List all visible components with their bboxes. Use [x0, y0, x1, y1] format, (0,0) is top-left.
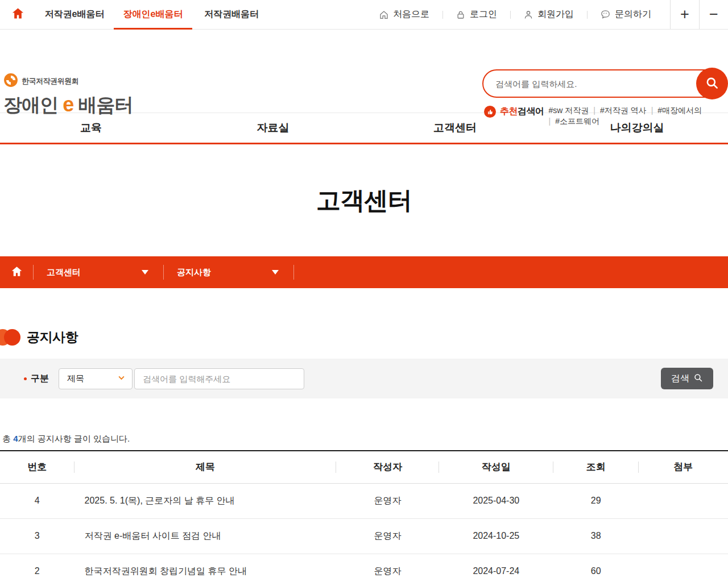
table-header-row: 번호 제목 작성자 작성일 조회 첨부: [0, 451, 728, 483]
font-decrease-button[interactable]: −: [699, 0, 728, 29]
table-row: 4 2025. 5. 1(목), 근로자의 날 휴무 안내 운영자 2025-0…: [0, 483, 728, 518]
site-title-part1: 장애인: [3, 94, 58, 115]
cell-date: 2024-07-24: [439, 554, 553, 582]
keyword-tag[interactable]: #저작권 역사: [600, 105, 647, 116]
breadcrumb-menu-notice[interactable]: 공지사항: [164, 256, 293, 288]
cell-title: 2025. 5. 1(목), 근로자의 날 휴무 안내: [75, 483, 337, 518]
lock-icon: [456, 10, 466, 20]
chevron-down-icon: [117, 373, 126, 384]
home-button[interactable]: [0, 0, 35, 29]
cell-author: 운영자: [336, 554, 439, 582]
site-logo[interactable]: 한국저작권위원회 장애인 e 배움터: [3, 73, 133, 118]
cell-attachment: [639, 554, 728, 582]
col-header-attachment: 첨부: [639, 451, 728, 483]
kcc-logo-icon: [3, 73, 18, 90]
chat-bubble-icon: [600, 9, 611, 20]
section-bullet-icon: [0, 329, 20, 346]
home-icon: [11, 7, 24, 22]
site-search-input[interactable]: [482, 69, 727, 98]
breadcrumb-label: 공지사항: [177, 267, 211, 278]
chevron-down-icon: [272, 270, 279, 275]
hero: 고객센터: [0, 144, 728, 256]
notice-search-input[interactable]: [134, 368, 304, 389]
recommended-keywords: 추천검색어 #sw 저작권 | #저작권 역사 | #매장에서의 | #소프트웨…: [482, 105, 727, 127]
breadcrumb-home-button[interactable]: [0, 265, 33, 280]
cell-no: 3: [0, 518, 75, 554]
search-icon: [705, 76, 719, 92]
field-label: 구분: [31, 373, 49, 385]
home-icon: [11, 265, 23, 280]
notice-count-number: 4: [13, 434, 18, 443]
recommend-label: 추천검색어: [500, 106, 544, 118]
col-header-no: 번호: [0, 451, 75, 483]
page-title: 고객센터: [316, 184, 412, 217]
notice-search-form: 구분 제목 검색: [0, 359, 728, 398]
notice-title-link[interactable]: 한국저작권위원회 창립기념일 휴무 안내: [85, 566, 247, 576]
tag-separator: |: [593, 105, 595, 116]
font-increase-button[interactable]: +: [670, 0, 699, 29]
col-header-author: 작성자: [336, 451, 439, 483]
tag-separator: |: [651, 105, 653, 116]
tab-disabled-e-learning[interactable]: 장애인e배움터: [114, 0, 192, 29]
util-login-label: 로그인: [470, 9, 497, 20]
search-area: 추천검색어 #sw 저작권 | #저작권 역사 | #매장에서의 | #소프트웨…: [482, 69, 727, 127]
breadcrumb: 고객센터 공지사항: [0, 256, 728, 288]
site-title: 장애인 e 배움터: [3, 93, 133, 118]
notice-search-button[interactable]: 검색: [661, 368, 713, 389]
cell-date: 2024-10-25: [439, 518, 553, 554]
cell-attachment: [639, 483, 728, 518]
chevron-down-icon: [142, 270, 148, 275]
keyword-tag[interactable]: #매장에서의: [657, 105, 702, 116]
breadcrumb-menu-customer-center[interactable]: 고객센터: [34, 256, 163, 288]
notice-table: 번호 제목 작성자 작성일 조회 첨부 4 2025. 5. 1(목), 근로자…: [0, 450, 728, 582]
col-header-views: 조회: [553, 451, 639, 483]
search-icon: [693, 373, 703, 385]
font-size-controls: + −: [670, 0, 728, 29]
notice-count: 총 4개의 공지사항 글이 있습니다.: [0, 434, 728, 444]
tab-copyright-learning[interactable]: 저작권배움터: [192, 0, 271, 29]
col-header-date: 작성일: [439, 451, 553, 483]
breadcrumb-divider: [293, 265, 294, 280]
home-outline-icon: [379, 10, 389, 20]
notice-title-link[interactable]: 2025. 5. 1(목), 근로자의 날 휴무 안내: [85, 496, 235, 505]
site-search-box: [482, 69, 727, 98]
keyword-tags: #sw 저작권 | #저작권 역사 | #매장에서의 | #소프트웨어: [549, 105, 694, 127]
cell-no: 2: [0, 554, 75, 582]
keyword-tag[interactable]: #소프트웨어: [555, 116, 599, 127]
cell-date: 2025-04-30: [439, 483, 553, 518]
site-search-button[interactable]: [696, 68, 728, 99]
thumbs-up-icon: [484, 106, 496, 118]
site-header: 한국저작권위원회 장애인 e 배움터 추천검색어: [0, 30, 728, 113]
util-inquiry-link[interactable]: 문의하기: [587, 9, 664, 20]
util-inquiry-label: 문의하기: [615, 9, 651, 20]
notice-title-link[interactable]: 저작권 e-배움터 사이트 점검 안내: [85, 531, 221, 541]
notice-section: 공지사항 구분 제목 검색 총 4개의 공지사항 글이 있습니다.: [0, 329, 728, 582]
site-title-e: e: [63, 93, 73, 116]
utility-links: 처음으로 로그인 회원가입 문의하기: [366, 0, 664, 29]
cell-views: 38: [553, 518, 639, 554]
nav-item-library[interactable]: 자료실: [182, 113, 364, 143]
search-field-select[interactable]: 제목: [59, 368, 133, 389]
tab-copyright-e-learning[interactable]: 저작권e배움터: [35, 0, 114, 29]
util-home-link[interactable]: 처음으로: [366, 9, 442, 20]
cell-no: 4: [0, 483, 75, 518]
select-value: 제목: [67, 373, 84, 384]
cell-views: 60: [553, 554, 639, 582]
tag-separator: |: [549, 116, 551, 127]
util-signup-label: 회원가입: [537, 9, 574, 20]
site-family-tabs: 저작권e배움터 장애인e배움터 저작권배움터: [35, 0, 271, 29]
util-signup-link[interactable]: 회원가입: [510, 9, 587, 20]
page: 저작권e배움터 장애인e배움터 저작권배움터 처음으로 로그인: [0, 0, 728, 582]
col-header-title: 제목: [75, 451, 337, 483]
table-row: 2 한국저작권위원회 창립기념일 휴무 안내 운영자 2024-07-24 60: [0, 554, 728, 582]
cell-title: 저작권 e-배움터 사이트 점검 안내: [75, 518, 337, 554]
cell-author: 운영자: [336, 483, 439, 518]
section-title: 공지사항: [27, 329, 78, 346]
util-home-label: 처음으로: [393, 9, 429, 20]
util-login-link[interactable]: 로그인: [442, 9, 510, 20]
top-bar-spacer: [271, 0, 366, 29]
keyword-tag[interactable]: #sw 저작권: [549, 105, 589, 116]
table-row: 3 저작권 e-배움터 사이트 점검 안내 운영자 2024-10-25 38: [0, 518, 728, 554]
cell-views: 29: [553, 483, 639, 518]
search-button-label: 검색: [671, 373, 689, 385]
